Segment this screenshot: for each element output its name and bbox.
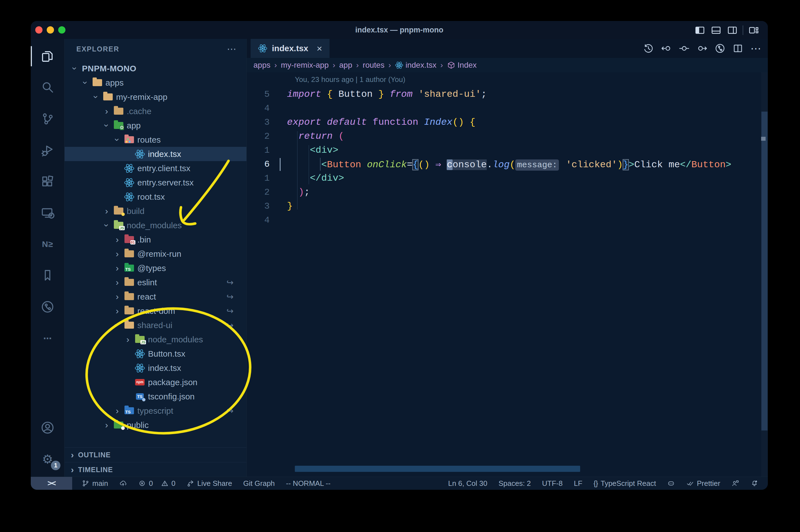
horizontal-scrollbar-slider[interactable]	[295, 466, 580, 472]
tree-item-build[interactable]: ›build	[64, 204, 246, 218]
tree-item-apps[interactable]: ›apps	[64, 76, 246, 90]
tree-item-root.tsx[interactable]: ›root.tsx	[64, 190, 246, 204]
status-notifications[interactable]	[750, 479, 758, 487]
settings-badge: 1	[51, 461, 60, 470]
activity-search-icon[interactable]	[31, 74, 64, 101]
code-line[interactable]: 5import { Button } from 'shared-ui';	[247, 87, 761, 101]
toggle-primary-sidebar-icon[interactable]	[694, 24, 706, 36]
code-line[interactable]: 4	[247, 213, 761, 227]
status-prettier[interactable]: Prettier	[686, 479, 720, 488]
breadcrumb-index.tsx[interactable]: index.tsx	[395, 61, 437, 70]
tree-item-react-dom[interactable]: ›react-dom↪	[64, 304, 246, 318]
explorer-more-actions-icon[interactable]: ⋯	[227, 46, 236, 52]
tree-item-.cache[interactable]: ›.cache	[64, 104, 246, 118]
status-problems[interactable]: 00	[138, 479, 175, 488]
status-feedback[interactable]	[731, 479, 739, 487]
chevron-right-icon: ›	[101, 106, 112, 116]
tab-close-icon[interactable]: ×	[317, 43, 322, 54]
code-line[interactable]: 2 return (	[247, 129, 761, 143]
previous-change-icon[interactable]	[661, 42, 672, 54]
activity-accounts-icon[interactable]	[31, 414, 64, 442]
code-line[interactable]: 6 <Button onClick={() ⇒ console.log(mess…	[247, 157, 761, 171]
file-tree: ›PNPM-MONO ›apps ›my-remix-app ›.cache ›…	[64, 61, 246, 432]
tree-item-entry.client.tsx[interactable]: ›entry.client.tsx	[64, 161, 246, 175]
folder-icon	[123, 279, 136, 286]
code-line[interactable]: 4	[247, 101, 761, 115]
status-eol[interactable]: LF	[574, 479, 582, 488]
tree-item-public[interactable]: ›public	[64, 418, 246, 432]
tree-item-Button.tsx[interactable]: ›Button.tsx	[64, 346, 246, 361]
tree-item-react[interactable]: ›react↪	[64, 289, 246, 304]
vertical-scrollbar-slider[interactable]	[761, 112, 767, 431]
toggle-panel-icon[interactable]	[710, 24, 722, 36]
tree-item-@types[interactable]: ›TS@types	[64, 261, 246, 275]
tree-item-node_modules[interactable]: ›JSnode_modules	[64, 332, 246, 346]
split-editor-icon[interactable]	[732, 42, 744, 54]
activity-settings-icon[interactable]: ⚙1	[31, 445, 64, 473]
toggle-secondary-sidebar-icon[interactable]	[726, 24, 738, 36]
breadcrumb-my-remix-app[interactable]: my-remix-app	[281, 61, 329, 70]
tab-index-tsx[interactable]: index.tsx ×	[251, 39, 329, 58]
code-line[interactable]: 1 </div>	[247, 171, 761, 185]
section-timeline[interactable]: › TIMELINE	[64, 462, 246, 477]
code-editor[interactable]: You, 23 hours ago | 1 author (You) 5impo…	[247, 73, 761, 477]
status-vim-mode[interactable]: -- NORMAL --	[286, 479, 330, 488]
react-icon	[123, 163, 136, 174]
tree-item-app[interactable]: ›⚙app	[64, 118, 246, 133]
tree-item-eslint[interactable]: ›eslint↪	[64, 275, 246, 289]
activity-bookmarks-icon[interactable]	[31, 262, 64, 289]
next-change-icon[interactable]	[696, 42, 708, 54]
status-copilot[interactable]	[667, 479, 675, 487]
activity-explorer-icon[interactable]	[31, 42, 64, 70]
customize-layout-icon[interactable]	[748, 24, 759, 36]
open-changes-icon[interactable]	[678, 42, 690, 54]
tree-item-.bin[interactable]: ›01.bin	[64, 232, 246, 247]
tree-item-@remix-run[interactable]: ›@remix-run	[64, 247, 246, 261]
status-encoding[interactable]: UTF-8	[542, 479, 563, 488]
folder-node-open-icon: JS	[112, 222, 125, 229]
folder-open-icon	[91, 79, 104, 86]
activity-extensions-icon[interactable]	[31, 168, 64, 195]
status-publish[interactable]	[119, 479, 127, 487]
tree-item-PNPM-MONO[interactable]: ›PNPM-MONO	[64, 61, 246, 76]
status-git-graph[interactable]: Git Graph	[243, 479, 275, 488]
history-icon[interactable]	[643, 42, 654, 54]
gitlens-codelens[interactable]: You, 23 hours ago | 1 author (You)	[295, 75, 405, 84]
code-line[interactable]: 2 );	[247, 185, 761, 199]
code-line[interactable]: 3}	[247, 199, 761, 213]
breadcrumb-apps[interactable]: apps	[253, 61, 270, 70]
section-outline[interactable]: › OUTLINE	[64, 447, 246, 462]
status-language-mode[interactable]: {}TypeScript React	[594, 479, 656, 488]
tree-item-index.tsx[interactable]: ›index.tsx	[64, 147, 246, 161]
tree-item-node_modules[interactable]: ›JSnode_modules	[64, 218, 246, 232]
activity-run-debug-icon[interactable]	[31, 136, 64, 164]
status-bar-right: Ln 6, Col 30Spaces: 2UTF-8LF{}TypeScript…	[448, 479, 758, 488]
status-indentation[interactable]: Spaces: 2	[498, 479, 531, 488]
gitlens-graph-icon[interactable]	[714, 42, 726, 54]
activity-nx-console-icon[interactable]: N≥	[31, 230, 64, 258]
activity-source-control-icon[interactable]	[31, 105, 64, 133]
activity-gitlens-icon[interactable]	[31, 293, 64, 321]
activity-more-icon[interactable]: ⋯	[31, 324, 64, 352]
tree-item-tsconfig.json[interactable]: ›TStsconfig.json	[64, 390, 246, 404]
vertical-scrollbar[interactable]	[761, 73, 768, 477]
status-cursor-position[interactable]: Ln 6, Col 30	[448, 479, 487, 488]
activity-remote-explorer-icon[interactable]	[31, 199, 64, 227]
code-line[interactable]: 1 <div>	[247, 143, 761, 157]
tree-item-entry.server.tsx[interactable]: ›entry.server.tsx	[64, 175, 246, 190]
status-live-share[interactable]: Live Share	[187, 479, 232, 488]
remote-icon: ><	[47, 479, 56, 488]
tree-item-package.json[interactable]: ›npmpackage.json	[64, 375, 246, 390]
breadcrumb-routes[interactable]: routes	[363, 61, 385, 70]
code-line[interactable]: 3export default function Index() {	[247, 115, 761, 129]
breadcrumb-Index[interactable]: Index	[447, 61, 477, 70]
breadcrumb-app[interactable]: app	[339, 61, 353, 70]
tree-item-my-remix-app[interactable]: ›my-remix-app	[64, 90, 246, 104]
remote-indicator[interactable]: ><	[31, 477, 72, 490]
status-git-branch[interactable]: main	[82, 479, 108, 488]
tree-item-routes[interactable]: ›routes	[64, 133, 246, 147]
tree-item-shared-ui[interactable]: ›shared-ui↪	[64, 318, 246, 332]
tree-item-index.tsx[interactable]: ›index.tsx	[64, 361, 246, 375]
tree-item-typescript[interactable]: ›TStypescript↪	[64, 404, 246, 418]
more-actions-icon[interactable]: ⋯	[750, 42, 762, 54]
